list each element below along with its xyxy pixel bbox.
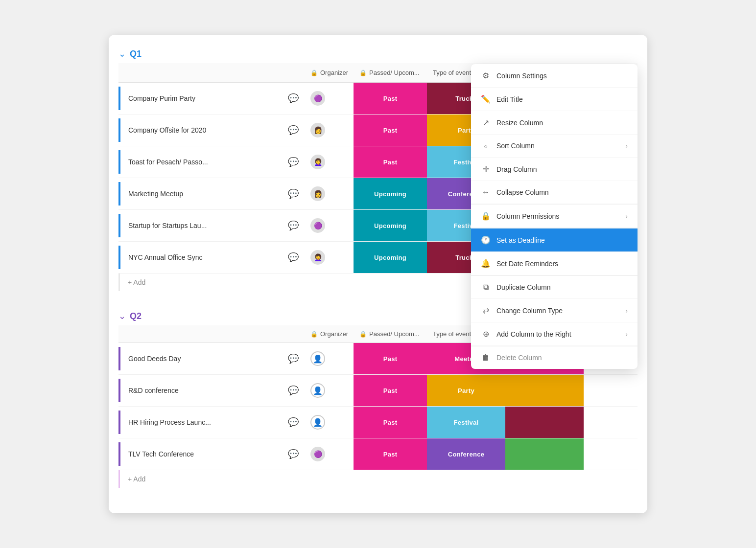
menu-item-delete-column[interactable]: 🗑 Delete Column (471, 346, 638, 369)
td-name: Good Deeds Day 💬 (118, 343, 305, 374)
row-indicator (118, 411, 120, 434)
td-status: Past (354, 407, 427, 438)
chevron-right-icon: › (625, 307, 628, 315)
status-past: Past (354, 375, 427, 406)
status-yellow (505, 375, 584, 406)
lock-icon-organizer: 🔒 (310, 69, 318, 76)
type-party: Party (427, 375, 505, 406)
bell-icon: 🔔 (481, 259, 491, 268)
menu-item-set-as-deadline[interactable]: 🕐 Set as Deadline (471, 228, 638, 252)
menu-item-column-settings[interactable]: ⚙ Column Settings (471, 64, 638, 88)
td-avatar: 👩‍🦱 (305, 242, 354, 273)
avatar: 🟣 (310, 218, 325, 233)
th-organizer: 🔒 Organizer (305, 63, 354, 82)
lock-icon-passed-q2: 🔒 (359, 331, 367, 338)
td-name: R&D conference 💬 (118, 375, 305, 406)
menu-item-edit-title[interactable]: ✏️ Edit Title (471, 88, 638, 111)
comment-icon[interactable]: 💬 (288, 125, 299, 136)
chevron-right-icon: › (625, 330, 628, 338)
td-extra (584, 375, 601, 406)
table-row: HR Hiring Process Launc... 💬 👤 Past Fest… (118, 407, 638, 438)
th-name-q2 (118, 325, 305, 342)
chevron-right-icon: › (625, 142, 628, 150)
menu-item-drag-column[interactable]: ✛ Drag Column (471, 158, 638, 181)
lock-icon-passed: 🔒 (359, 69, 367, 76)
td-status: Upcoming (354, 178, 427, 209)
comment-icon[interactable]: 💬 (288, 385, 299, 396)
menu-item-add-column-right[interactable]: ⊕ Add Column to the Right › (471, 322, 638, 346)
td-recent-status (505, 438, 584, 470)
menu-item-collapse-column[interactable]: ↔ Collapse Column (471, 181, 638, 204)
td-type: Conference (427, 438, 505, 470)
row-indicator (118, 379, 120, 402)
td-status: Past (354, 114, 427, 146)
comment-icon[interactable]: 💬 (288, 449, 299, 459)
menu-item-sort-column[interactable]: ⬦ Sort Column › (471, 135, 638, 158)
chevron-right-icon: › (625, 212, 628, 220)
group-q2-chevron[interactable]: ⌄ (118, 311, 126, 321)
row-indicator (118, 87, 120, 110)
sort-icon: ⬦ (481, 141, 491, 150)
status-upcoming: Upcoming (354, 178, 427, 209)
td-avatar: 🟣 (305, 210, 354, 241)
comment-icon[interactable]: 💬 (288, 93, 299, 104)
avatar: 👩‍🦱 (310, 155, 325, 169)
status-past: Past (354, 438, 427, 470)
menu-item-duplicate-column[interactable]: ⧉ Duplicate Column (471, 276, 638, 299)
collapse-icon: ↔ (481, 188, 491, 197)
menu-item-set-date-reminders[interactable]: 🔔 Set Date Reminders (471, 252, 638, 275)
trash-icon: 🗑 (481, 353, 491, 362)
td-name: Company Offsite for 2020 💬 (118, 114, 305, 146)
th-passed-upcoming: 🔒 Passed/ Upcom... (354, 63, 427, 82)
avatar-placeholder: 👤 (310, 415, 325, 430)
menu-item-resize-column[interactable]: ↗ Resize Column (471, 111, 638, 135)
td-status: Past (354, 343, 427, 374)
comment-icon[interactable]: 💬 (288, 188, 299, 199)
lock-icon-q2: 🔒 (310, 331, 318, 338)
td-status: Past (354, 375, 427, 406)
avatar-placeholder: 👤 (310, 383, 325, 398)
row-indicator (118, 150, 120, 174)
avatar-placeholder: 👤 (310, 351, 325, 366)
group-q1-chevron[interactable]: ⌄ (118, 48, 126, 59)
td-avatar: 👩‍🦱 (305, 146, 354, 178)
td-recent-status (505, 407, 584, 438)
comment-icon[interactable]: 💬 (288, 353, 299, 364)
context-menu: ⚙ Column Settings ✏️ Edit Title ↗ Resize… (471, 64, 638, 369)
td-status: Upcoming (354, 210, 427, 241)
comment-icon[interactable]: 💬 (288, 157, 299, 167)
menu-item-change-column-type[interactable]: ⇄ Change Column Type › (471, 299, 638, 322)
comment-icon[interactable]: 💬 (288, 220, 299, 231)
td-extra (584, 407, 601, 438)
drag-icon: ✛ (481, 164, 491, 174)
status-dark-red (505, 407, 584, 438)
menu-item-column-permissions[interactable]: 🔒 Column Permissions › (471, 205, 638, 228)
lock-icon: 🔒 (481, 211, 491, 221)
td-avatar: 👤 (305, 343, 354, 374)
clock-icon: 🕐 (481, 235, 491, 245)
avatar: 🟣 (310, 91, 325, 106)
row-indicator (118, 182, 120, 206)
td-type: Festival (427, 407, 505, 438)
td-avatar: 👩 (305, 178, 354, 209)
group-q1-header: ⌄ Q1 (118, 45, 638, 63)
td-name: HR Hiring Process Launc... 💬 (118, 407, 305, 438)
comment-icon[interactable]: 💬 (288, 417, 299, 428)
gear-icon: ⚙ (481, 71, 491, 80)
status-past: Past (354, 114, 427, 146)
td-status: Upcoming (354, 242, 427, 273)
td-name: TLV Tech Conference 💬 (118, 438, 305, 470)
avatar: 👩 (310, 123, 325, 137)
status-past: Past (354, 146, 427, 178)
td-extra (584, 438, 601, 470)
th-organizer-q2: 🔒 Organizer (305, 325, 354, 342)
pencil-icon: ✏️ (481, 94, 491, 104)
type-conference: Conference (427, 438, 505, 470)
comment-icon[interactable]: 💬 (288, 252, 299, 263)
td-recent-status (505, 375, 584, 406)
td-name: Company Purim Party 💬 (118, 83, 305, 114)
add-row-q2[interactable]: + Add (118, 470, 638, 488)
status-upcoming: Upcoming (354, 210, 427, 241)
td-status: Past (354, 146, 427, 178)
resize-icon: ↗ (481, 118, 491, 127)
